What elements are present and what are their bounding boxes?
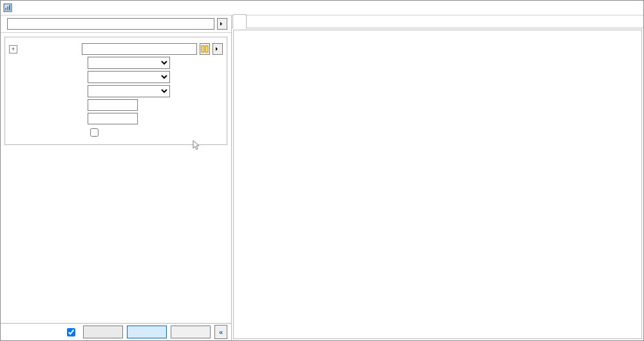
expand-icon[interactable]: +	[9, 45, 17, 54]
collapse-preview-button[interactable]: «	[214, 325, 227, 339]
input-menu-button[interactable]	[213, 43, 223, 55]
dialog-theme-input[interactable]	[7, 18, 214, 30]
dialog-theme-menu-button[interactable]	[217, 18, 227, 30]
cancel-button[interactable]	[171, 326, 211, 338]
gap-input[interactable]	[88, 99, 138, 111]
right-layer-select[interactable]	[88, 85, 170, 97]
input-field[interactable]	[82, 43, 198, 55]
tab-preview[interactable]	[232, 14, 247, 28]
input-picker-button[interactable]	[200, 43, 210, 55]
svg-rect-5	[205, 46, 208, 52]
auto-preview-checkbox[interactable]	[64, 326, 79, 338]
svg-rect-4	[202, 46, 204, 52]
svg-rect-3	[9, 5, 10, 10]
ok-button[interactable]	[127, 326, 167, 338]
app-icon	[3, 3, 12, 12]
show-rugs-checkbox[interactable]	[90, 128, 99, 137]
marginal-pct-input[interactable]	[88, 113, 138, 124]
top-layer-select[interactable]	[88, 71, 170, 83]
svg-rect-2	[7, 6, 8, 10]
titlebar	[1, 1, 643, 15]
preview-pane	[233, 30, 642, 339]
svg-rect-1	[5, 8, 6, 10]
preview-button[interactable]	[83, 326, 123, 338]
main-layer-select[interactable]	[88, 57, 170, 69]
